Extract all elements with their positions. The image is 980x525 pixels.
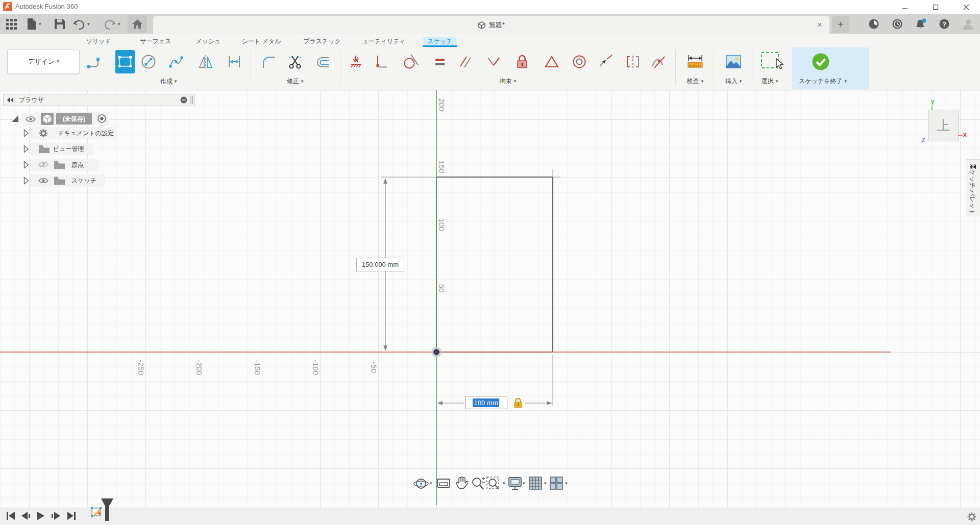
extensions-icon[interactable] <box>869 19 879 29</box>
curvature-constraint-icon[interactable] <box>649 50 668 73</box>
rectangle-tool-icon[interactable] <box>115 50 135 73</box>
timeline-step-back-icon[interactable] <box>21 511 31 521</box>
group-inspect-label[interactable]: 検査 <box>687 77 704 86</box>
zoom-window-caret[interactable]: ▾ <box>503 481 505 486</box>
width-dimension-input[interactable]: 100 mm <box>465 396 507 409</box>
parallel-constraint-icon[interactable] <box>456 50 475 73</box>
concentric-constraint-icon[interactable] <box>570 50 589 73</box>
model-viewport[interactable]: 200 150 100 50 -250 -200 -150 -100 -50 1… <box>0 90 980 508</box>
collinear-constraint-icon[interactable] <box>596 50 616 73</box>
dimension-lock-icon[interactable] <box>512 397 524 408</box>
collapse-panel-icon[interactable] <box>7 97 14 103</box>
component-cube-icon[interactable] <box>41 113 54 125</box>
display-settings-icon[interactable] <box>508 476 522 491</box>
expand-arrow-icon[interactable] <box>23 129 29 137</box>
job-status-clock-icon[interactable] <box>892 19 902 29</box>
sketch-dimension-tool-icon[interactable] <box>225 50 244 73</box>
trim-tool-icon[interactable] <box>285 50 305 73</box>
perpendicular-constraint-icon[interactable] <box>484 50 503 73</box>
browser-header[interactable]: ブラウザ <box>3 94 195 106</box>
pan-hand-icon[interactable] <box>455 476 468 491</box>
grid-settings-icon[interactable] <box>528 476 543 490</box>
timeline-play-icon[interactable] <box>36 511 45 521</box>
finish-sketch-check-icon[interactable] <box>811 50 830 73</box>
panel-grip-icon[interactable] <box>190 96 193 104</box>
viewports-icon[interactable] <box>549 476 564 490</box>
group-insert-label[interactable]: 挿入 <box>725 77 742 86</box>
fix-unfix-lock-icon[interactable] <box>512 50 532 73</box>
tab-sketch[interactable]: スケッチ <box>423 37 456 46</box>
viewports-caret[interactable]: ▾ <box>565 481 568 486</box>
document-root-label[interactable]: (未保存) <box>56 113 92 124</box>
home-view-button[interactable] <box>128 15 147 33</box>
sketch-palette-collapsed[interactable]: スケッチ パレット <box>966 159 980 216</box>
file-icon[interactable] <box>27 18 37 30</box>
notifications-bell-icon[interactable] <box>915 18 927 30</box>
profile-avatar-icon[interactable] <box>963 18 974 30</box>
timeline-go-to-start-icon[interactable] <box>6 511 15 521</box>
tab-solid[interactable]: ソリッド <box>82 37 115 46</box>
timeline-go-to-end-icon[interactable] <box>67 511 76 521</box>
grid-settings-caret[interactable]: ▾ <box>544 481 547 486</box>
insert-image-tool-icon[interactable] <box>724 50 743 73</box>
close-window-button[interactable] <box>954 2 978 12</box>
measure-tool-icon[interactable] <box>685 50 705 73</box>
mirror-tool-icon[interactable] <box>196 50 215 73</box>
help-icon[interactable]: ? <box>939 19 949 29</box>
sketch-rectangle[interactable] <box>436 177 553 352</box>
browser-item-sketches[interactable]: スケッチ <box>71 175 96 186</box>
viewcube-widget[interactable]: 上 Y X Z <box>916 97 980 148</box>
redo-history-caret[interactable]: ▾ <box>118 21 120 27</box>
new-document-tab-button[interactable]: + <box>832 16 849 33</box>
fillet-tool-icon[interactable] <box>259 50 279 73</box>
hide-all-icon[interactable] <box>180 96 187 104</box>
expand-arrow-icon[interactable] <box>23 177 29 185</box>
orbit-icon[interactable] <box>413 476 429 491</box>
activate-component-icon[interactable] <box>97 114 106 123</box>
timeline-position-marker[interactable] <box>101 498 114 522</box>
viewcube-face-top[interactable]: 上 <box>928 110 959 141</box>
look-at-icon[interactable] <box>436 477 451 491</box>
sketch-geometry[interactable] <box>0 90 980 508</box>
visibility-eye-icon[interactable] <box>38 177 49 184</box>
document-tab-close-icon[interactable]: × <box>815 20 825 30</box>
apps-grid-icon[interactable] <box>6 19 17 30</box>
line-tool-icon[interactable] <box>85 50 104 73</box>
save-icon[interactable] <box>54 18 65 30</box>
expand-arrow-icon[interactable] <box>23 161 29 169</box>
file-menu-caret[interactable]: ▾ <box>39 21 41 27</box>
tab-utilities[interactable]: ユーティリティ <box>358 37 410 46</box>
zoom-window-icon[interactable] <box>486 476 501 491</box>
group-modify-label[interactable]: 修正 <box>287 77 304 86</box>
display-settings-caret[interactable]: ▾ <box>523 481 525 486</box>
tangent-constraint-icon[interactable] <box>401 50 421 73</box>
circle-tool-icon[interactable] <box>139 50 158 73</box>
browser-item-view-management[interactable]: ビュー管理 <box>53 143 84 155</box>
horizontal-vertical-constraint-icon[interactable] <box>347 50 366 73</box>
minimize-button[interactable] <box>893 2 917 12</box>
tab-sheet-metal[interactable]: シート メタル <box>238 37 285 46</box>
expand-arrow-icon[interactable] <box>23 145 29 153</box>
tab-mesh[interactable]: メッシュ <box>191 37 225 46</box>
browser-item-origin[interactable]: 原点 <box>71 159 84 170</box>
document-tab[interactable]: 無題* <box>153 16 829 34</box>
group-create-label[interactable]: 作成 <box>160 77 177 86</box>
workspace-selector[interactable]: デザイン <box>7 49 80 74</box>
equal-constraint-icon[interactable] <box>430 50 450 73</box>
coincident-constraint-icon[interactable] <box>371 50 390 73</box>
orbit-caret[interactable]: ▾ <box>430 481 432 486</box>
visibility-off-eye-icon[interactable] <box>38 161 49 168</box>
timeline-settings-gear-icon[interactable] <box>967 512 977 522</box>
root-visibility-eye-icon[interactable] <box>26 116 36 122</box>
timeline-step-forward-icon[interactable] <box>51 511 61 521</box>
maximize-button[interactable] <box>924 2 947 12</box>
root-expand-icon[interactable] <box>11 115 19 122</box>
redo-icon[interactable] <box>104 18 116 30</box>
height-dimension-label[interactable]: 150.000 mm <box>356 258 404 271</box>
tab-plastic[interactable]: プラスチック <box>299 37 345 46</box>
spline-tool-icon[interactable] <box>166 50 186 73</box>
browser-item-document-settings[interactable]: ドキュメントの設定 <box>58 128 114 139</box>
zoom-icon[interactable] <box>471 476 485 491</box>
undo-history-caret[interactable]: ▾ <box>87 21 90 27</box>
origin-point[interactable] <box>431 347 442 357</box>
